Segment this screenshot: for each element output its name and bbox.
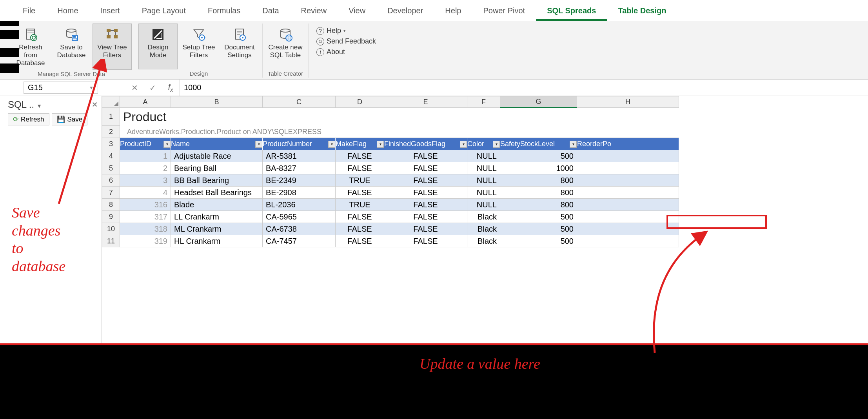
ribbon-tab-insert[interactable]: Insert [89, 3, 131, 21]
ribbon-tab-page-layout[interactable]: Page Layout [131, 3, 197, 21]
create-table-button[interactable]: Create new SQL Table [266, 24, 305, 69]
cell[interactable]: 500 [500, 235, 577, 247]
cell[interactable]: FALSE [336, 162, 384, 174]
cell[interactable]: 1 [120, 150, 171, 162]
cell[interactable] [577, 150, 679, 162]
ribbon-tab-formulas[interactable]: Formulas [197, 3, 251, 21]
ribbon-tab-file[interactable]: File [12, 3, 46, 21]
column-header-C[interactable]: C [263, 96, 336, 108]
cell[interactable]: 500 [500, 150, 577, 162]
filter-icon[interactable]: ▾ [163, 141, 171, 148]
cell[interactable]: 800 [500, 187, 577, 199]
cell[interactable] [577, 223, 679, 235]
cell[interactable]: BB Ball Bearing [171, 174, 263, 187]
cell[interactable]: FALSE [384, 223, 467, 235]
fx-icon[interactable]: fx [162, 83, 180, 93]
column-header-A[interactable]: A [120, 96, 171, 108]
ribbon-tab-developer[interactable]: Developer [376, 3, 434, 21]
cell[interactable]: BE-2349 [263, 174, 336, 187]
cell[interactable]: Black [467, 211, 500, 223]
ribbon-tab-table-design[interactable]: Table Design [607, 3, 677, 21]
cell[interactable]: Bearing Ball [171, 162, 263, 174]
cell[interactable]: Black [467, 223, 500, 235]
table-header-safetystocklevel[interactable]: SafetyStockLevel▾ [500, 138, 577, 150]
cell[interactable]: FALSE [384, 199, 467, 211]
cell[interactable]: TRUE [336, 174, 384, 187]
ribbon-tab-data[interactable]: Data [251, 3, 290, 21]
filter-icon[interactable]: ▾ [460, 141, 467, 148]
feedback-button[interactable]: ☺Send Feedback [316, 37, 376, 45]
cell[interactable]: FALSE [336, 235, 384, 247]
filter-icon[interactable]: ▾ [377, 141, 384, 148]
formula-input[interactable]: 1000 [180, 80, 868, 96]
cell[interactable]: NULL [467, 187, 500, 199]
sheet-subtitle[interactable]: AdventureWorks.Production.Product on AND… [120, 126, 679, 138]
cell[interactable]: 3 [120, 174, 171, 187]
row-header[interactable]: 9 [102, 211, 120, 223]
filter-icon[interactable]: ▾ [328, 141, 335, 148]
column-header-E[interactable]: E [384, 96, 467, 108]
cell[interactable]: FALSE [384, 174, 467, 187]
cell[interactable]: FALSE [336, 187, 384, 199]
table-header-color[interactable]: Color▾ [467, 138, 500, 150]
table-header-makeflag[interactable]: MakeFlag▾ [336, 138, 384, 150]
side-save-button[interactable]: 💾 Save [52, 113, 88, 125]
cell[interactable]: NULL [467, 174, 500, 187]
cell[interactable]: HL Crankarm [171, 235, 263, 247]
cell[interactable] [577, 199, 679, 211]
cell[interactable]: NULL [467, 199, 500, 211]
row-header[interactable]: 2 [102, 126, 120, 138]
formula-cancel-button[interactable]: ✕ [125, 83, 143, 93]
side-refresh-button[interactable]: ⟳ Refresh [8, 113, 49, 125]
table-header-reorderpoint[interactable]: ReorderPo [577, 138, 679, 150]
chevron-down-icon[interactable]: ▼ [89, 85, 94, 91]
cell[interactable]: FALSE [384, 235, 467, 247]
cell[interactable]: ML Crankarm [171, 223, 263, 235]
cell[interactable]: NULL [467, 162, 500, 174]
cell[interactable]: FALSE [384, 150, 467, 162]
table-header-productnumber[interactable]: ProductNumber▾ [263, 138, 336, 150]
row-header[interactable]: 8 [102, 199, 120, 211]
spreadsheet-grid[interactable]: ABCDEFGH1Product2AdventureWorks.Producti… [102, 96, 868, 419]
cell[interactable]: BA-8327 [263, 162, 336, 174]
column-header-F[interactable]: F [467, 96, 500, 108]
cell[interactable]: 318 [120, 223, 171, 235]
cell[interactable] [577, 174, 679, 187]
cell[interactable]: 317 [120, 211, 171, 223]
cell[interactable]: 500 [500, 211, 577, 223]
setup-filters-button[interactable]: Setup Tree Filters [179, 24, 218, 69]
cell[interactable]: Adjustable Race [171, 150, 263, 162]
ribbon-tab-sql-spreads[interactable]: SQL Spreads [536, 3, 607, 21]
cell[interactable]: FALSE [336, 223, 384, 235]
table-header-productid[interactable]: ProductID▾ [120, 138, 171, 150]
row-header[interactable]: 3 [102, 138, 120, 150]
cell[interactable]: Headset Ball Bearings [171, 187, 263, 199]
cell[interactable]: FALSE [384, 211, 467, 223]
cell[interactable]: FALSE [336, 150, 384, 162]
cell[interactable]: Blade [171, 199, 263, 211]
cell[interactable]: 319 [120, 235, 171, 247]
name-box[interactable]: G15 ▼ [24, 82, 98, 94]
row-header[interactable]: 4 [102, 150, 120, 162]
save-db-button[interactable]: Save to Database [52, 24, 91, 70]
cell[interactable]: BL-2036 [263, 199, 336, 211]
select-all-corner[interactable] [102, 96, 120, 108]
column-header-B[interactable]: B [171, 96, 263, 108]
column-header-D[interactable]: D [336, 96, 384, 108]
column-header-H[interactable]: H [577, 96, 679, 108]
cell[interactable] [577, 235, 679, 247]
formula-accept-button[interactable]: ✓ [143, 83, 162, 93]
cell[interactable] [577, 162, 679, 174]
table-header-finishedgoodsflag[interactable]: FinishedGoodsFlag▾ [384, 138, 467, 150]
refresh-db-button[interactable]: Refresh from Database [11, 24, 50, 70]
row-header[interactable]: 7 [102, 187, 120, 199]
column-header-G[interactable]: G [500, 96, 577, 108]
help-button[interactable]: ?Help ▾ [316, 27, 376, 35]
ribbon-tab-help[interactable]: Help [434, 3, 472, 21]
doc-settings-button[interactable]: Document Settings [220, 24, 259, 69]
cell[interactable]: Black [467, 235, 500, 247]
cell[interactable]: TRUE [336, 199, 384, 211]
cell[interactable]: CA-5965 [263, 211, 336, 223]
cell[interactable]: FALSE [336, 211, 384, 223]
tree-filters-button[interactable]: View Tree Filters [93, 24, 132, 70]
